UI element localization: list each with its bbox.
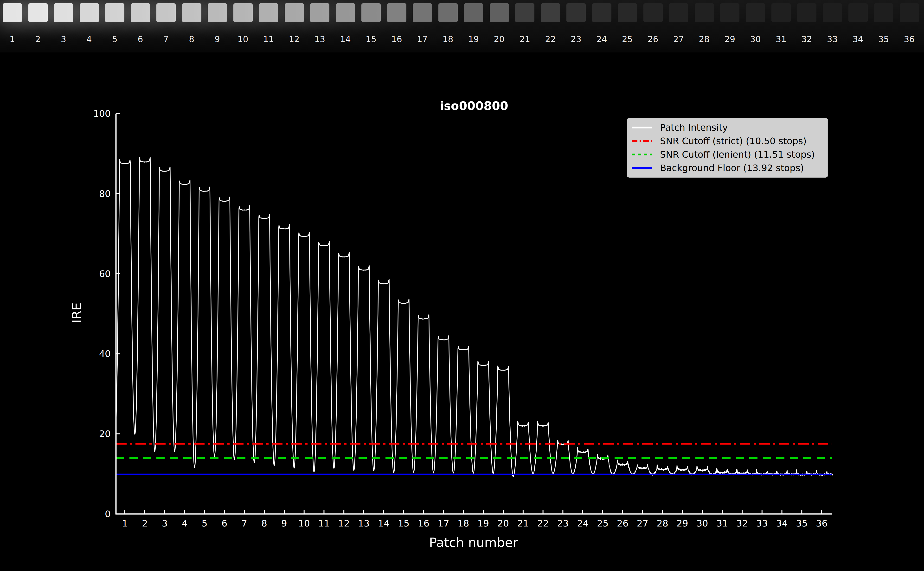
x-tick-label: 12 (338, 518, 350, 529)
x-tick-label: 11 (318, 518, 330, 529)
x-tick-label: 31 (716, 518, 728, 529)
chart-canvas: 0204060801001234567891011121314151617181… (0, 0, 924, 571)
x-tick-label: 1 (122, 518, 128, 529)
legend-item: Background Floor (13.92 stops) (632, 162, 823, 174)
y-tick-label: 0 (105, 509, 111, 519)
screenshot-root: 1234567891011121314151617181920212223242… (0, 0, 924, 571)
x-tick-label: 17 (438, 518, 449, 529)
x-tick-label: 9 (281, 518, 287, 529)
y-tick-label: 20 (99, 429, 111, 439)
x-tick-label: 33 (756, 518, 768, 529)
y-tick-label: 60 (99, 269, 111, 279)
x-tick-label: 34 (776, 518, 788, 529)
x-tick-label: 6 (222, 518, 227, 529)
x-tick-label: 20 (497, 518, 509, 529)
x-tick-label: 16 (418, 518, 429, 529)
x-tick-label: 4 (182, 518, 187, 529)
x-tick-label: 32 (736, 518, 748, 529)
x-tick-label: 27 (637, 518, 648, 529)
x-tick-label: 28 (657, 518, 668, 529)
patch-intensity-trace (116, 157, 833, 477)
legend-item-label: SNR Cutoff (lenient) (11.51 stops) (660, 149, 815, 160)
x-tick-label: 15 (398, 518, 409, 529)
x-tick-label: 36 (816, 518, 827, 529)
x-tick-label: 24 (577, 518, 589, 529)
x-tick-label: 3 (162, 518, 168, 529)
x-tick-label: 14 (378, 518, 389, 529)
y-axis-label: IRE (69, 302, 84, 323)
x-tick-label: 25 (597, 518, 609, 529)
x-tick-label: 29 (677, 518, 688, 529)
legend-line-sample (632, 153, 652, 156)
x-tick-label: 26 (617, 518, 628, 529)
y-tick-label: 40 (99, 349, 111, 359)
x-tick-label: 5 (202, 518, 207, 529)
chart-title: iso000800 (440, 99, 508, 113)
legend-item-label: SNR Cutoff (strict) (10.50 stops) (660, 136, 807, 146)
legend-item-label: Patch Intensity (660, 122, 728, 133)
x-tick-label: 7 (241, 518, 247, 529)
legend-line-sample (632, 167, 652, 169)
x-axis-label: Patch number (429, 535, 518, 550)
legend-line-sample (632, 140, 652, 142)
x-tick-label: 21 (517, 518, 529, 529)
x-tick-label: 13 (358, 518, 370, 529)
y-tick-label: 80 (99, 188, 111, 199)
y-tick-label: 100 (93, 108, 111, 119)
x-tick-label: 10 (298, 518, 310, 529)
x-tick-label: 8 (261, 518, 267, 529)
legend-item: SNR Cutoff (strict) (10.50 stops) (632, 134, 823, 148)
x-tick-label: 23 (557, 518, 569, 529)
x-tick-label: 22 (537, 518, 549, 529)
legend-item: Patch Intensity (632, 121, 823, 134)
legend-line-sample (632, 127, 652, 129)
x-tick-label: 30 (696, 518, 708, 529)
x-tick-label: 19 (477, 518, 489, 529)
legend-item-label: Background Floor (13.92 stops) (660, 163, 804, 173)
legend: Patch IntensitySNR Cutoff (strict) (10.5… (627, 118, 828, 177)
legend-item: SNR Cutoff (lenient) (11.51 stops) (632, 148, 823, 161)
x-tick-label: 18 (457, 518, 469, 529)
x-tick-label: 2 (142, 518, 148, 529)
x-tick-label: 35 (796, 518, 808, 529)
